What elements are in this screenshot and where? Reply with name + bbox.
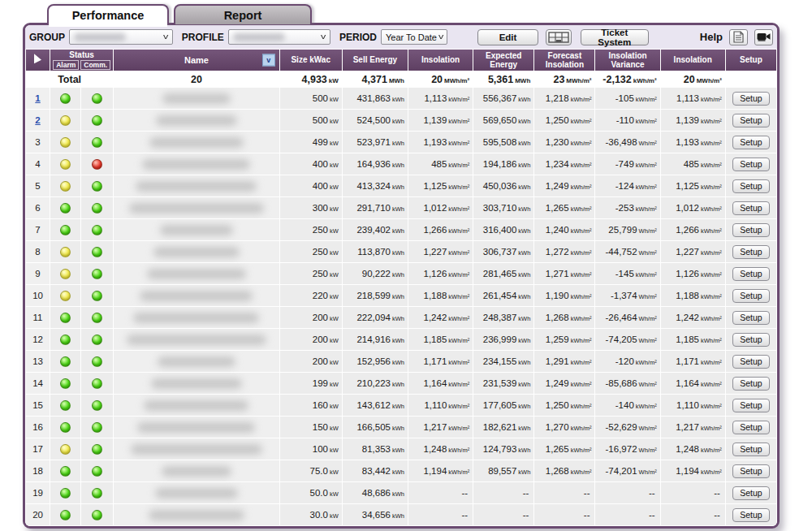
insolation2-cell: 1,110kWh/m² — [661, 395, 725, 416]
edit-button[interactable]: Edit — [477, 29, 538, 45]
row-number-link[interactable]: 7 — [35, 225, 40, 235]
profile-select[interactable]: v — [228, 29, 330, 45]
row-number-link[interactable]: 13 — [32, 356, 43, 366]
row-number-cell: 9 — [26, 263, 50, 284]
forecast-insolation-cell: 1,265kWh/m² — [534, 438, 594, 460]
row-number-link[interactable]: 16 — [32, 422, 43, 432]
alarm-cell — [50, 482, 80, 503]
setup-button[interactable]: Setup — [732, 333, 769, 347]
expected-energy-cell: 569,650kWh — [473, 110, 533, 131]
row-number-link[interactable]: 15 — [32, 400, 43, 410]
setup-cell: Setup — [726, 153, 776, 175]
comm-cell — [81, 241, 113, 262]
insolation-cell: 1,188kWh/m² — [408, 285, 473, 306]
site-name-redacted — [136, 181, 257, 192]
total-expected-energy: 5,361MWh — [473, 71, 533, 87]
help-video-button[interactable] — [754, 29, 773, 45]
setup-button[interactable]: Setup — [732, 179, 769, 193]
alarm-status-led — [60, 93, 71, 104]
insolation-cell: 1,248kWh/m² — [408, 438, 473, 460]
alarm-subheader: Alarm — [53, 60, 79, 70]
setup-cell: Setup — [726, 482, 776, 503]
insolation2-cell: 1,266kWh/m² — [661, 219, 725, 240]
alarm-status-led — [60, 422, 71, 433]
insolation-cell: -- — [408, 504, 473, 525]
setup-button[interactable]: Setup — [732, 136, 769, 149]
setup-button[interactable]: Setup — [732, 92, 769, 106]
setup-button[interactable]: Setup — [732, 245, 769, 259]
setup-button[interactable]: Setup — [732, 114, 769, 127]
setup-button[interactable]: Setup — [732, 421, 769, 434]
setup-button[interactable]: Setup — [732, 508, 769, 522]
site-name-cell — [114, 175, 279, 196]
help-document-button[interactable] — [729, 29, 748, 45]
row-number-link[interactable]: 8 — [35, 247, 40, 257]
name-header: Name v — [114, 50, 279, 71]
size-cell: 250kW — [280, 219, 342, 240]
comm-cell — [81, 153, 113, 175]
ticket-system-button[interactable]: Ticket System — [581, 29, 649, 45]
name-sort-dropdown-icon[interactable]: v — [262, 54, 275, 67]
row-number-link[interactable]: 5 — [35, 181, 40, 191]
row-number-link[interactable]: 4 — [35, 159, 40, 169]
row-number-link[interactable]: 17 — [32, 444, 43, 454]
setup-button[interactable]: Setup — [732, 311, 769, 325]
total-site-count: 20 — [114, 71, 279, 87]
insolation-cell: 1,113kWh/m² — [408, 88, 473, 109]
insolation2-cell: -- — [661, 482, 725, 503]
row-number-link[interactable]: 2 — [35, 115, 40, 125]
setup-button[interactable]: Setup — [732, 267, 769, 281]
size-cell: 500kW — [280, 88, 342, 109]
setup-button[interactable]: Setup — [732, 223, 769, 237]
site-name-redacted — [158, 356, 236, 367]
setup-button[interactable]: Setup — [732, 355, 769, 369]
setup-button[interactable]: Setup — [732, 486, 769, 500]
size-cell: 75.0kW — [280, 460, 342, 481]
row-number-link[interactable]: 20 — [32, 510, 43, 520]
insolation2-cell: 1,171kWh/m² — [661, 351, 725, 372]
row-number-cell: 12 — [26, 329, 50, 350]
row-number-link[interactable]: 19 — [32, 488, 43, 498]
setup-button[interactable]: Setup — [732, 289, 769, 303]
expected-energy-cell: 281,465kWh — [473, 263, 533, 284]
table-row: 1 500kW 431,863kWh 1,113kWh/m² 556,367kW… — [26, 88, 776, 109]
profile-value-redacted — [233, 33, 285, 41]
row-number-link[interactable]: 14 — [32, 378, 43, 388]
row-number-link[interactable]: 12 — [32, 335, 43, 344]
insolation-variance-cell: -140kWh/m² — [595, 395, 659, 416]
row-number-link[interactable]: 9 — [35, 269, 40, 278]
setup-button[interactable]: Setup — [732, 464, 769, 478]
row-number-link[interactable]: 1 — [35, 93, 40, 103]
setup-button[interactable]: Setup — [732, 158, 769, 171]
alarm-status-led — [60, 225, 71, 235]
tab-report[interactable]: Report — [174, 4, 312, 24]
setup-button[interactable]: Setup — [732, 377, 769, 391]
period-select[interactable]: Year To Date v — [381, 29, 448, 45]
expected-energy-cell: 231,539kWh — [473, 373, 533, 394]
sell-energy-cell: 524,500kWh — [343, 110, 408, 131]
setup-button[interactable]: Setup — [732, 201, 769, 215]
insolation-variance-cell: -105kWh/m² — [595, 88, 659, 109]
comm-cell — [81, 417, 113, 438]
insolation-cell: -- — [408, 482, 473, 503]
table-row: 4 400kW 164,936kWh 485kWh/m² 194,186kWh … — [26, 153, 776, 175]
site-name-cell — [114, 460, 279, 481]
row-number-link[interactable]: 18 — [32, 466, 43, 476]
site-name-redacted — [129, 203, 263, 214]
table-grid-button[interactable] — [546, 29, 572, 45]
setup-button[interactable]: Setup — [732, 399, 769, 412]
comm-status-led — [92, 115, 102, 126]
row-number-link[interactable]: 10 — [32, 291, 43, 300]
sell-energy-cell: 210,223kWh — [343, 373, 408, 394]
row-number-link[interactable]: 3 — [35, 137, 40, 147]
group-select[interactable]: v — [69, 29, 173, 45]
expand-arrow-header[interactable] — [26, 50, 50, 71]
alarm-cell — [50, 460, 80, 481]
alarm-cell — [50, 110, 80, 131]
alarm-cell — [50, 329, 80, 350]
row-number-link[interactable]: 6 — [35, 203, 40, 213]
row-number-cell: 8 — [26, 241, 50, 262]
tab-performance[interactable]: Performance — [47, 4, 169, 24]
row-number-link[interactable]: 11 — [33, 313, 43, 322]
setup-button[interactable]: Setup — [732, 442, 769, 456]
